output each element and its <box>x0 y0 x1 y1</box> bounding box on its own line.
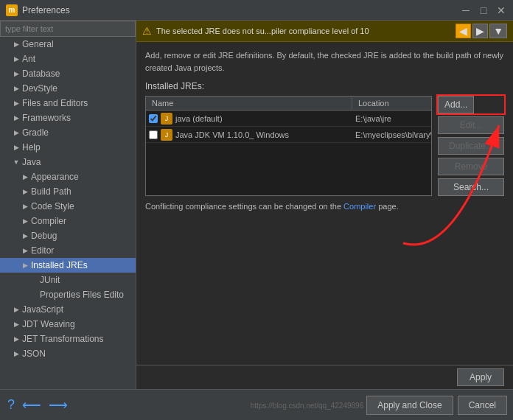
import-button[interactable]: ⟵ <box>21 396 43 415</box>
warning-text: The selected JRE does not su...piler com… <box>156 27 451 35</box>
sidebar-label-build-path: Build Path <box>31 186 71 197</box>
table-row[interactable]: Jjava (default)E:\java\jre <box>146 111 431 127</box>
sidebar-label-javascript: JavaScript <box>22 304 63 315</box>
table-row[interactable]: JJava JDK VM 1.10.0_ WindowsE:\myeclipse… <box>146 127 431 143</box>
sidebar-label-frameworks: Frameworks <box>22 113 71 123</box>
jre-location-0: E:\java\jre <box>352 114 431 123</box>
sidebar-label-help: Help <box>22 142 41 153</box>
sidebar-label-ant: Ant <box>22 54 35 64</box>
bottom-bar: ? ⟵ ⟶ https://blog.csdn.net/qq_42249896 … <box>0 389 513 420</box>
jre-icon-0: J <box>161 113 172 125</box>
location-column-header: Location <box>352 97 431 110</box>
warning-bar: ⚠ The selected JRE does not su...piler c… <box>136 21 513 42</box>
jre-location-1: E:\myeclipses\bi\rary\ <box>352 130 432 139</box>
sidebar-item-code-style[interactable]: ▶Code Style <box>0 199 136 214</box>
tree-arrow-jdt-weaving: ▶ <box>12 320 21 329</box>
sidebar-item-javascript[interactable]: ▶JavaScript <box>0 302 136 317</box>
apply-row: Apply <box>136 365 513 389</box>
tree-arrow-devstyle: ▶ <box>12 84 21 93</box>
sidebar-item-frameworks[interactable]: ▶Frameworks <box>0 111 136 125</box>
add-jre-button[interactable]: Add... <box>438 96 474 113</box>
sidebar-item-jet-transformations[interactable]: ▶JET Transformations <box>0 332 136 346</box>
jre-action-buttons: Add... Edit... Duplicate... Remove Searc… <box>438 96 504 196</box>
window-title: Preferences <box>22 5 460 15</box>
compiler-link[interactable]: Compiler <box>343 202 376 211</box>
sidebar-item-build-path[interactable]: ▶Build Path <box>0 184 136 199</box>
edit-jre-button[interactable]: Edit... <box>438 116 504 134</box>
help-button[interactable]: ? <box>6 396 16 415</box>
tree-arrow-jet-transformations: ▶ <box>12 335 21 343</box>
sidebar-label-code-style: Code Style <box>31 201 74 211</box>
sidebar-item-help[interactable]: ▶Help <box>0 140 136 155</box>
jre-checkbox-1[interactable] <box>149 130 158 139</box>
row-checkbox-1 <box>146 130 161 139</box>
close-button[interactable]: ✕ <box>495 4 507 16</box>
sidebar-label-general: General <box>22 39 54 49</box>
sidebar-item-general[interactable]: ▶General <box>0 37 136 52</box>
content-area: ⚠ The selected JRE does not su...piler c… <box>136 21 513 389</box>
sidebar-item-jdt-weaving[interactable]: ▶JDT Weaving <box>0 317 136 332</box>
content-body: Add, remove or edit JRE definitions. By … <box>136 42 513 365</box>
sidebar-label-jdt-weaving: JDT Weaving <box>22 319 75 329</box>
maximize-button[interactable]: □ <box>478 4 489 16</box>
apply-close-button[interactable]: Apply and Close <box>366 396 453 415</box>
sidebar-item-editor[interactable]: ▶Editor <box>0 243 136 258</box>
main-layout: ▶General▶Ant▶Database▶DevStyle▶Files and… <box>0 21 513 389</box>
nav-dropdown-button[interactable]: ▼ <box>489 24 507 38</box>
description-text: Add, remove or edit JRE definitions. By … <box>145 49 504 74</box>
export-button[interactable]: ⟶ <box>47 396 69 415</box>
sidebar-item-debug[interactable]: ▶Debug <box>0 228 136 243</box>
installed-jres-label: Installed JREs: <box>145 81 504 91</box>
sidebar-item-installed-jres[interactable]: ▶Installed JREs <box>0 258 136 273</box>
sidebar: ▶General▶Ant▶Database▶DevStyle▶Files and… <box>0 21 136 389</box>
tree-arrow-compiler: ▶ <box>21 217 29 225</box>
app-icon: m <box>6 4 18 16</box>
tree-arrow-appearance: ▶ <box>21 172 29 181</box>
cancel-button[interactable]: Cancel <box>458 396 507 415</box>
sidebar-label-appearance: Appearance <box>31 172 79 182</box>
sidebar-item-compiler[interactable]: ▶Compiler <box>0 214 136 228</box>
tree-arrow-installed-jres: ▶ <box>21 261 29 270</box>
tree-arrow-ant: ▶ <box>12 55 21 63</box>
url-text: https://blog.csdn.net/qq_42249896 <box>251 402 366 410</box>
search-jre-button[interactable]: Search... <box>438 178 504 196</box>
tree-arrow-json: ▶ <box>12 349 21 358</box>
sidebar-item-ant[interactable]: ▶Ant <box>0 52 136 66</box>
sidebar-label-editor: Editor <box>31 245 54 256</box>
jre-checkbox-0[interactable] <box>149 114 158 123</box>
sidebar-item-files-editors[interactable]: ▶Files and Editors <box>0 96 136 111</box>
title-bar: m Preferences ─ □ ✕ <box>0 0 513 21</box>
remove-jre-button[interactable]: Remove <box>438 158 504 175</box>
sidebar-item-properties-files[interactable]: Properties Files Edito <box>0 287 136 302</box>
jre-table: Name Location Jjava (default)E:\java\jre… <box>145 96 432 196</box>
sidebar-item-junit[interactable]: JUnit <box>0 273 136 287</box>
sidebar-label-files-editors: Files and Editors <box>22 98 88 108</box>
sidebar-item-java[interactable]: ▼Java <box>0 155 136 169</box>
filter-input[interactable] <box>0 21 136 37</box>
tree-arrow-database: ▶ <box>12 69 21 78</box>
jre-table-container: Name Location Jjava (default)E:\java\jre… <box>145 96 504 196</box>
tree-arrow-build-path: ▶ <box>21 187 29 196</box>
jre-name-0: java (default) <box>175 114 352 123</box>
sidebar-label-properties-files: Properties Files Edito <box>40 290 124 300</box>
jre-name-1: Java JDK VM 1.10.0_ Windows <box>175 130 352 139</box>
sidebar-item-appearance[interactable]: ▶Appearance <box>0 169 136 184</box>
nav-back-button[interactable]: ◀ <box>456 24 471 38</box>
tree-arrow-java: ▼ <box>12 158 21 167</box>
sidebar-label-junit: JUnit <box>40 275 60 285</box>
sidebar-item-devstyle[interactable]: ▶DevStyle <box>0 81 136 96</box>
minimize-button[interactable]: ─ <box>460 4 472 16</box>
tree-arrow-help: ▶ <box>12 143 21 152</box>
name-column-header: Name <box>146 97 352 110</box>
tree-arrow-javascript: ▶ <box>12 305 21 314</box>
duplicate-jre-button[interactable]: Duplicate... <box>438 137 504 155</box>
tree-arrow-junit <box>29 276 38 284</box>
nav-buttons: ◀ ▶ ▼ <box>456 24 507 38</box>
sidebar-item-gradle[interactable]: ▶Gradle <box>0 125 136 140</box>
tree-arrow-code-style: ▶ <box>21 202 29 211</box>
nav-forward-button[interactable]: ▶ <box>472 24 488 38</box>
sidebar-item-database[interactable]: ▶Database <box>0 66 136 81</box>
apply-button[interactable]: Apply <box>457 368 504 386</box>
table-header: Name Location <box>146 97 431 111</box>
sidebar-item-json[interactable]: ▶JSON <box>0 346 136 361</box>
